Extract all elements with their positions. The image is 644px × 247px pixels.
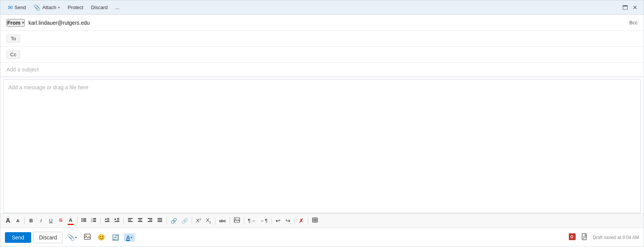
bottom-emoji-button[interactable]: 😊 (95, 232, 107, 242)
underline-button[interactable]: U (46, 216, 55, 226)
undo-button[interactable]: ↩ (274, 216, 283, 226)
send-main-button[interactable]: Send (5, 232, 31, 243)
message-body-input[interactable] (4, 80, 640, 213)
align-center-button[interactable] (136, 216, 145, 226)
superscript-button[interactable]: X2 (194, 216, 203, 226)
insert-picture-button[interactable] (232, 216, 242, 226)
ltr-icon: ¶→ (248, 218, 256, 223)
clear-format-icon: ✗ (299, 217, 304, 224)
top-attach-button[interactable]: 📎 Attach ▾ (30, 3, 63, 13)
attach-dropdown-arrow: ▾ (58, 6, 60, 10)
svg-rect-30 (158, 220, 162, 220)
to-row: To (0, 31, 644, 47)
align-left-button[interactable] (126, 216, 135, 226)
separator-4 (123, 217, 124, 225)
bottom-attach-dropdown-icon: ▾ (75, 236, 77, 239)
maximize-button[interactable]: 🗖 (621, 3, 630, 12)
clear-format-button[interactable]: ✗ (297, 216, 306, 226)
justify-button[interactable] (155, 216, 164, 226)
rtl-button[interactable]: ←¶ (258, 216, 270, 226)
top-discard-button[interactable]: Discard (88, 3, 110, 12)
strikethrough-icon: S (59, 217, 63, 223)
bottom-font-color-indicator (126, 240, 130, 241)
bottom-font-color-button[interactable]: A ▾ (124, 233, 135, 242)
numbered-list-icon: 1.2.3. (91, 217, 96, 224)
compose-window: ✉ Send 📎 Attach ▾ Protect Discard ... (0, 0, 644, 247)
separator-9 (244, 217, 244, 225)
picture-icon (234, 217, 240, 224)
svg-rect-26 (148, 218, 152, 219)
bcc-link[interactable]: Bcc (629, 20, 638, 25)
table-icon (312, 217, 318, 224)
svg-rect-15 (105, 221, 109, 222)
bottom-image-button[interactable] (82, 232, 93, 243)
cc-input[interactable] (24, 52, 638, 58)
close-button[interactable]: ✕ (631, 3, 639, 13)
emoji-icon: 😊 (98, 234, 105, 241)
strikethrough-button[interactable]: S (56, 216, 65, 226)
top-send-button[interactable]: ✉ Send (5, 3, 29, 13)
decrease-indent-button[interactable] (103, 216, 112, 226)
svg-point-0 (82, 218, 83, 219)
increase-indent-icon (114, 217, 120, 224)
redo-button[interactable]: ↪ (284, 216, 293, 226)
cc-row: Cc (0, 47, 644, 63)
unlink-icon: 🔗 (182, 218, 188, 224)
remove-link-button[interactable]: 🔗 (180, 216, 190, 226)
svg-text:3.: 3. (91, 220, 93, 223)
separator-3 (100, 217, 101, 225)
italic-icon: I (40, 218, 42, 223)
from-label-text: From (7, 20, 21, 26)
to-button[interactable]: To (6, 35, 20, 43)
separator-7 (215, 217, 215, 225)
top-protect-button[interactable]: Protect (65, 3, 86, 12)
bottom-attach-button[interactable]: 📎 ▾ (65, 232, 79, 242)
top-protect-label: Protect (68, 5, 83, 10)
insert-link-button[interactable]: 🔗 (169, 216, 179, 226)
format-toolbar: A A B I U S A (0, 213, 644, 228)
increase-font-size-button[interactable]: A (3, 216, 13, 226)
insert-table-button[interactable] (310, 216, 320, 226)
from-dropdown-button[interactable]: From ▾ (6, 19, 25, 27)
discard-main-button[interactable]: Discard (33, 232, 63, 243)
separator-2 (77, 217, 77, 225)
increase-indent-button[interactable] (112, 216, 122, 226)
svg-rect-23 (138, 218, 142, 219)
ltr-button[interactable]: ¶→ (246, 216, 257, 226)
cc-button[interactable]: Cc (6, 51, 20, 59)
subject-input[interactable] (6, 66, 638, 73)
font-color-button[interactable]: A (66, 216, 75, 226)
svg-rect-34 (313, 218, 317, 222)
bottom-font-color-dropdown-icon: ▾ (131, 236, 133, 239)
bottom-bar-right: O Draft saved at 9:04 AM (568, 232, 639, 242)
subscript-button[interactable]: X2 (204, 216, 213, 226)
svg-marker-12 (105, 218, 106, 220)
bullet-list-button[interactable] (79, 216, 88, 226)
bottom-doc-icon-button[interactable] (581, 232, 589, 242)
attach-icon: 📎 (33, 4, 41, 11)
from-row: From ▾ karl.lindauer@rutgers.edu Bcc (0, 15, 644, 31)
svg-rect-1 (83, 218, 86, 219)
bottom-apps-button[interactable]: 🔄 (110, 233, 122, 242)
to-input[interactable] (24, 36, 638, 42)
from-chevron-icon: ▾ (22, 21, 24, 25)
strikethrough2-button[interactable]: abc (217, 216, 228, 226)
numbered-list-button[interactable]: 1.2.3. (89, 216, 98, 226)
svg-point-2 (82, 220, 83, 221)
bold-button[interactable]: B (27, 216, 36, 226)
svg-text:O: O (570, 235, 573, 239)
separator-5 (166, 217, 167, 225)
bold-icon: B (29, 218, 33, 223)
subject-row (0, 63, 644, 77)
separator-12 (308, 217, 308, 225)
message-body-container (3, 79, 641, 213)
decrease-font-size-button[interactable]: A (13, 216, 22, 226)
redo-icon: ↪ (286, 217, 290, 224)
bottom-outlook-icon-button[interactable]: O (568, 232, 577, 242)
decrease-font-icon: A (16, 218, 19, 223)
svg-rect-25 (138, 221, 142, 222)
italic-button[interactable]: I (36, 216, 46, 226)
separator-1 (24, 217, 25, 225)
top-more-button[interactable]: ... (112, 3, 123, 12)
align-right-button[interactable] (145, 216, 155, 226)
